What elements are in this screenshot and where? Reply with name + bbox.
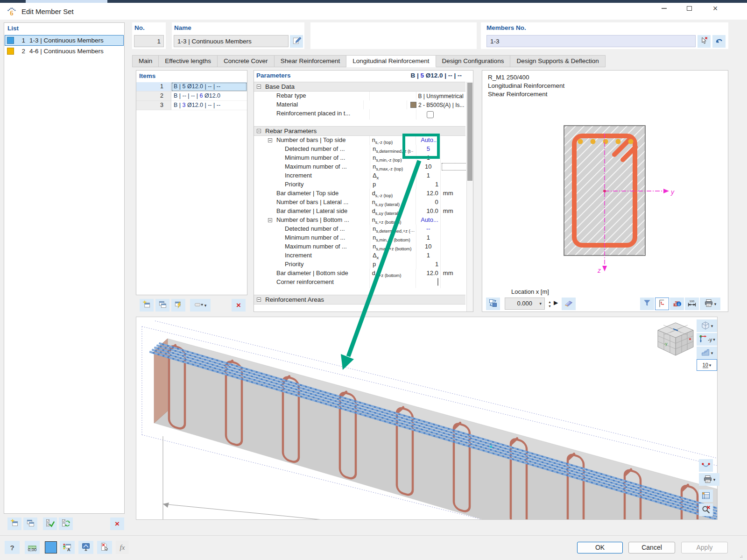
section-render-toggle-button[interactable]: [486, 298, 500, 310]
parameter-value[interactable]: 1: [416, 251, 441, 260]
collapse-icon[interactable]: [268, 138, 272, 142]
list-item[interactable]: 11-3 | Continuous Members: [5, 35, 124, 46]
parameter-row[interactable]: IncrementΔx1: [254, 251, 465, 260]
collapse-icon[interactable]: [268, 218, 272, 222]
parameter-value[interactable]: 0: [416, 198, 440, 207]
report-table-button[interactable]: [699, 489, 713, 502]
maximize-button[interactable]: [678, 0, 700, 17]
parameter-row[interactable]: Bar diameter | Lateral sideds,±y (latera…: [254, 207, 465, 216]
items-options-dropdown[interactable]: ▾: [190, 299, 211, 312]
parameter-value[interactable]: 1: [416, 171, 441, 180]
parameter-value[interactable]: B | Unsymmetrical: [416, 92, 466, 100]
list-copy-button[interactable]: [23, 517, 37, 530]
dimensions-button[interactable]: 100: [685, 298, 699, 310]
collapse-icon[interactable]: [257, 85, 261, 89]
rename-button[interactable]: A: [60, 541, 75, 554]
parameter-row[interactable]: Minimum number of ...ns,min,+z (bottom)1: [254, 234, 465, 242]
parameter-value[interactable]: 10: [416, 163, 441, 171]
parameter-row[interactable]: Bar diameter | Bottom sideds,+z (bottom)…: [254, 269, 465, 278]
no-input[interactable]: [134, 35, 164, 47]
parameter-value[interactable]: 1: [416, 234, 441, 242]
parameter-row[interactable]: Priorityp1: [254, 180, 465, 189]
parameter-row[interactable]: Reinforcement placed in t...: [254, 109, 465, 120]
location-combo[interactable]: 0.000 ▾: [505, 298, 545, 310]
parameter-row[interactable]: IncrementΔx1: [254, 171, 465, 180]
items-copy-button[interactable]: [155, 299, 169, 312]
3d-viewport[interactable]: -y: [136, 317, 718, 520]
tab-longitudinal-reinforcement[interactable]: Longitudinal Reinforcement: [346, 55, 436, 67]
parameter-row[interactable]: Number of bars | Bottom ...ns,+z (bottom…: [254, 216, 465, 225]
items-new-button[interactable]: [140, 299, 154, 312]
name-input[interactable]: [174, 35, 289, 47]
curved-member-button[interactable]: [699, 459, 713, 472]
tab-design-supports-deflection[interactable]: Design Supports & Deflection: [510, 55, 605, 67]
scale-dropdown[interactable]: 10▾: [697, 359, 717, 371]
parameter-value[interactable]: Auto...: [416, 216, 440, 225]
checkbox[interactable]: [437, 278, 438, 286]
tab-concrete-cover[interactable]: Concrete Cover: [218, 55, 275, 67]
minimize-button[interactable]: [653, 0, 675, 17]
cancel-zoom-button[interactable]: [699, 503, 713, 516]
parameter-value[interactable]: 1: [416, 180, 441, 189]
name-edit-button[interactable]: [290, 35, 303, 48]
cancel-button[interactable]: Cancel: [628, 542, 675, 553]
parameter-value[interactable]: [416, 109, 466, 120]
items-row[interactable]: 3B | 3 Ø12.0 | -- | --: [136, 101, 247, 110]
parameters-scrollbar[interactable]: [466, 82, 473, 312]
member-render-button[interactable]: [562, 298, 576, 310]
section-view-button[interactable]: [655, 298, 669, 310]
members-no-input[interactable]: [486, 35, 696, 47]
parameter-row[interactable]: Number of bars | Lateral ...ns,±y (later…: [254, 198, 465, 207]
delete-input-button[interactable]: [97, 541, 112, 554]
list-delete-button[interactable]: ×: [110, 517, 124, 530]
resize-grip[interactable]: ⣠: [740, 553, 745, 558]
ok-button[interactable]: OK: [577, 542, 623, 553]
close-button[interactable]: ×: [703, 0, 727, 17]
tab-main[interactable]: Main: [132, 55, 159, 67]
section-info-button[interactable]: i: [670, 298, 684, 310]
collapse-icon[interactable]: [257, 298, 261, 302]
parameter-row[interactable]: Corner reinforcement: [254, 278, 465, 288]
parameter-value[interactable]: 1: [416, 260, 441, 269]
tab-design-configurations[interactable]: Design Configurations: [436, 55, 511, 67]
color-swatch-button[interactable]: [45, 541, 57, 553]
render-style-dropdown[interactable]: ▾: [697, 347, 717, 359]
view-cube[interactable]: -y: [655, 321, 697, 359]
parameter-value[interactable]: 12.0: [416, 189, 440, 198]
list-new-button[interactable]: [7, 517, 21, 530]
parameter-row[interactable]: Maximum number of ...ns,max,+z (bottom)1…: [254, 242, 465, 251]
items-row[interactable]: 2B | -- | -- | 6 Ø12.0: [136, 92, 247, 101]
parameter-row[interactable]: Material2 - B500S(A) | Is...: [254, 100, 465, 109]
parameters-section-header[interactable]: Reinforcement Areas: [254, 295, 465, 305]
view-mode-dropdown[interactable]: ▾: [697, 319, 717, 332]
apply-button[interactable]: Apply: [681, 542, 728, 553]
filter-button[interactable]: [640, 298, 654, 310]
tab-shear-reinforcement[interactable]: Shear Reinforcement: [275, 55, 347, 67]
list-check-all-button[interactable]: [43, 517, 57, 530]
parameter-row[interactable]: Detected number of ...ns,determined,+z (…: [254, 225, 465, 234]
units-button[interactable]: 0,00: [25, 541, 40, 554]
parameter-row[interactable]: Bar diameter | Top sideds,-z (top)12.0mm: [254, 189, 465, 198]
parameters-section-header[interactable]: Base Data: [254, 82, 465, 92]
parameter-value[interactable]: 12.0: [416, 269, 440, 278]
scrollbar-thumb[interactable]: [467, 83, 472, 181]
list-toggle-check-button[interactable]: [59, 517, 73, 530]
formula-button[interactable]: fx: [116, 541, 129, 554]
parameter-value[interactable]: 10.0: [416, 207, 440, 216]
members-undo-button[interactable]: [712, 35, 726, 48]
items-delete-button[interactable]: ×: [232, 299, 246, 312]
help-button[interactable]: ?: [5, 541, 20, 554]
parameter-value[interactable]: [416, 278, 440, 288]
collapse-icon[interactable]: [257, 129, 261, 133]
parameter-row[interactable]: Rebar typeB | Unsymmetrical: [254, 92, 465, 100]
display-settings-button[interactable]: [78, 541, 93, 554]
focused-empty-cell[interactable]: [442, 163, 469, 170]
viewport-print-button[interactable]: ▾: [699, 473, 719, 486]
parameter-value[interactable]: 2 - B500S(A) | Is...: [407, 100, 465, 109]
print-button[interactable]: ▾: [700, 298, 720, 310]
items-row[interactable]: 1B | 5 Ø12.0 | -- | --: [136, 82, 247, 92]
location-spinner[interactable]: ▲▼: [547, 298, 553, 310]
location-step-button[interactable]: ▶: [554, 299, 558, 306]
parameter-value[interactable]: --: [416, 225, 441, 234]
parameter-row[interactable]: Priorityp1: [254, 260, 465, 269]
